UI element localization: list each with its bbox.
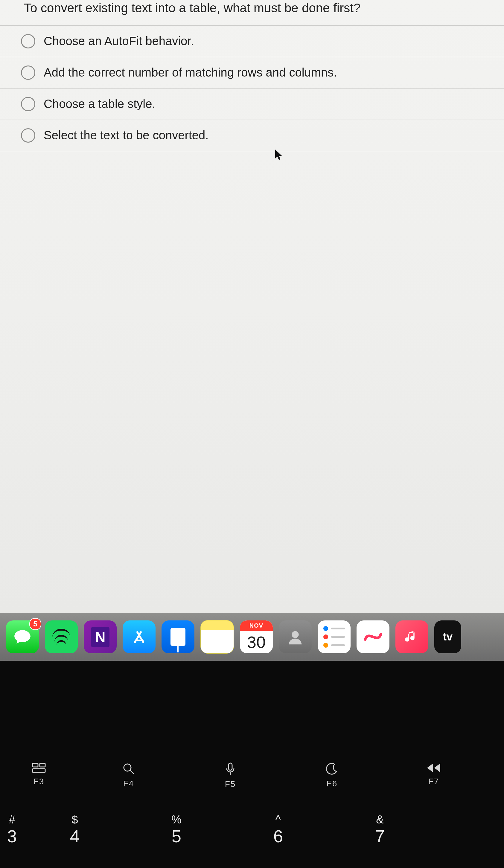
quiz-screen: To convert existing text into a table, w… [0,0,504,613]
keynote-app-icon[interactable] [162,620,194,653]
option-label: Select the text to be converted. [44,128,208,142]
option-row-3[interactable]: Select the text to be converted. [0,120,504,151]
key-5[interactable]: % 5 [126,813,227,846]
option-row-0[interactable]: Choose an AutoFit behavior. [0,26,504,57]
freeform-app-icon[interactable] [357,620,389,653]
calendar-app-icon[interactable]: NOV 30 [240,620,273,653]
key-f5[interactable]: F5 [179,763,281,789]
calendar-month: NOV [240,620,273,631]
svg-point-0 [292,631,299,638]
dock: 5 N NOV 30 [0,613,504,661]
microphone-icon [179,763,281,778]
key-f7[interactable]: F7 [383,763,485,789]
function-key-row: F3 F4 F5 F6 F7 [0,763,504,789]
rewind-icon [383,763,485,775]
radio-icon[interactable] [21,97,35,111]
radio-icon[interactable] [21,128,35,143]
option-row-1[interactable]: Add the correct number of matching rows … [0,57,504,89]
svg-line-5 [130,770,134,774]
messages-badge: 5 [29,618,41,630]
number-key-row: # 3 $ 4 % 5 ^ 6 & 7 [0,813,504,846]
onenote-app-icon[interactable]: N [84,620,117,653]
calendar-day: 30 [247,631,266,653]
music-app-icon[interactable] [395,620,428,653]
svg-point-4 [124,764,131,771]
spotify-app-icon[interactable] [45,620,78,653]
key-3[interactable]: # 3 [0,813,24,846]
search-icon [78,763,179,777]
question-text: To convert existing text into a table, w… [0,0,504,26]
radio-icon[interactable] [21,34,35,49]
key-4[interactable]: $ 4 [24,813,126,846]
appletv-app-icon[interactable]: tv [434,620,461,653]
contacts-app-icon[interactable] [279,620,312,653]
mission-control-icon [0,763,78,775]
cursor-icon [275,149,284,164]
svg-rect-2 [40,763,45,767]
do-not-disturb-icon [281,763,383,777]
svg-rect-6 [228,763,232,770]
key-f4[interactable]: F4 [78,763,179,789]
key-6[interactable]: ^ 6 [227,813,329,846]
svg-rect-1 [33,763,38,767]
appstore-app-icon[interactable] [123,620,155,653]
notes-app-icon[interactable] [200,620,234,654]
tv-label: tv [443,631,453,643]
svg-rect-3 [33,769,45,772]
option-row-2[interactable]: Choose a table style. [0,89,504,120]
messages-app-icon[interactable]: 5 [6,620,39,653]
option-label: Add the correct number of matching rows … [44,66,337,79]
key-f3[interactable]: F3 [0,763,78,789]
key-7[interactable]: & 7 [329,813,431,846]
key-f6[interactable]: F6 [281,763,383,789]
reminders-app-icon[interactable] [318,620,351,653]
radio-icon[interactable] [21,65,35,80]
option-label: Choose a table style. [44,97,155,111]
option-label: Choose an AutoFit behavior. [44,34,194,48]
